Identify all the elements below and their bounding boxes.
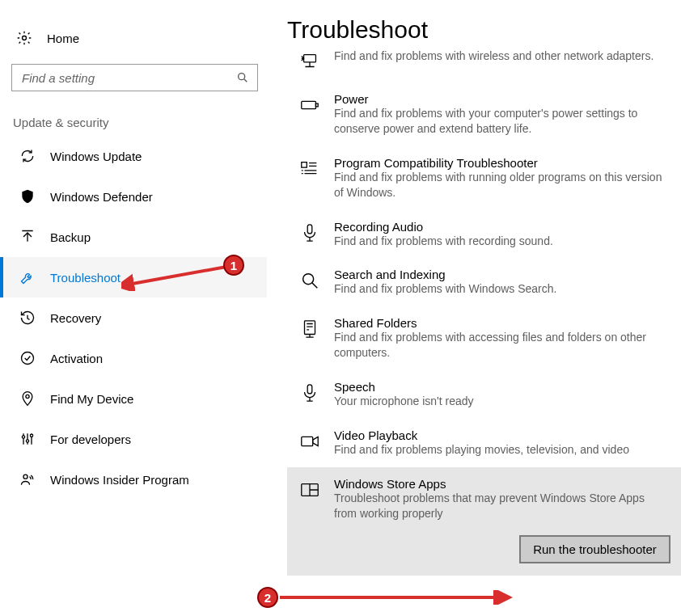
troubleshooter-title: Video Playback (334, 428, 670, 442)
annotation-badge-1: 1 (223, 255, 244, 276)
sidebar-item-activation[interactable]: Activation (0, 338, 267, 378)
troubleshooter-desc: Find and fix problems with your computer… (334, 106, 670, 137)
troubleshooter-desc: Find and fix problems playing movies, te… (334, 442, 670, 458)
svg-point-0 (23, 36, 27, 40)
troubleshooter-windows-store-apps[interactable]: Windows Store Apps Troubleshoot problems… (287, 467, 681, 531)
troubleshooter-desc: Find and fix problems with recording sou… (334, 234, 670, 249)
svg-point-13 (303, 274, 314, 285)
troubleshooter-title: Power (334, 92, 670, 106)
svg-point-5 (26, 440, 28, 442)
sync-icon (19, 148, 36, 164)
sidebar-item-label: Troubleshoot (50, 271, 121, 285)
svg-point-4 (22, 436, 24, 438)
sidebar-item-find-my-device[interactable]: Find My Device (0, 378, 267, 419)
home-label: Home (47, 32, 79, 45)
troubleshooter-power[interactable]: Power Find and fix problems with your co… (287, 82, 681, 146)
server-icon (298, 318, 321, 340)
troubleshooter-speech[interactable]: Speech Your microphone isn't ready (287, 370, 681, 419)
svg-rect-12 (307, 224, 312, 233)
annotation-badge-2: 2 (257, 587, 278, 608)
home-item[interactable]: Home (0, 20, 267, 56)
page-title: Troubleshoot (287, 16, 681, 44)
troubleshooter-network-adapter[interactable]: Find and fix problems with wireless and … (287, 49, 681, 82)
annotation-arrow-1 (121, 264, 233, 291)
svg-rect-11 (302, 162, 307, 167)
shield-icon (19, 188, 36, 205)
troubleshooter-video-playback[interactable]: Video Playback Find and fix problems pla… (287, 419, 681, 467)
svg-point-6 (30, 434, 32, 437)
troubleshooter-list: Find and fix problems with wireless and … (287, 49, 681, 576)
sidebar-item-label: Recovery (50, 311, 101, 325)
sidebar-item-recovery[interactable]: Recovery (0, 297, 267, 338)
sidebar-item-backup[interactable]: Backup (0, 217, 267, 257)
battery-icon (298, 94, 321, 116)
sidebar-item-label: Windows Update (50, 150, 142, 163)
apps-icon (298, 479, 321, 501)
svg-rect-10 (315, 103, 318, 107)
svg-point-1 (239, 74, 245, 80)
magnify-icon (298, 269, 321, 292)
troubleshooter-desc: Find and fix problems with running older… (334, 170, 670, 200)
sidebar-group-heading: Update & security (0, 91, 267, 136)
troubleshooter-title: Shared Folders (334, 316, 670, 330)
wrench-icon (19, 269, 36, 285)
insider-icon (19, 471, 36, 487)
list-icon (298, 158, 321, 180)
svg-point-7 (23, 475, 27, 479)
search-field[interactable] (20, 70, 222, 86)
troubleshooter-title: Speech (334, 380, 670, 394)
sliders-icon (19, 431, 36, 447)
troubleshooter-desc: Find and fix problems with accessing fil… (334, 330, 670, 361)
run-troubleshooter-button[interactable]: Run the troubleshooter (520, 536, 670, 563)
troubleshooter-desc: Find and fix problems with Windows Searc… (334, 281, 670, 297)
troubleshooter-recording-audio[interactable]: Recording Audio Find and fix problems wi… (287, 210, 681, 259)
troubleshooter-title: Program Compatibility Troubleshooter (334, 156, 670, 170)
svg-point-2 (22, 352, 34, 365)
sidebar-item-label: Find My Device (50, 392, 133, 406)
troubleshooter-desc: Find and fix problems with wireless and … (334, 49, 670, 64)
gear-icon (16, 30, 32, 46)
svg-line-18 (128, 267, 226, 285)
troubleshooter-shared-folders[interactable]: Shared Folders Find and fix problems wit… (287, 306, 681, 370)
sidebar-item-label: Windows Defender (50, 190, 153, 204)
video-icon (298, 430, 321, 453)
troubleshooter-search-indexing[interactable]: Search and Indexing Find and fix problem… (287, 258, 681, 306)
troubleshooter-desc: Your microphone isn't ready (334, 394, 670, 409)
upload-icon (19, 229, 36, 245)
svg-rect-16 (302, 437, 313, 445)
check-circle-icon (19, 350, 36, 366)
svg-rect-15 (307, 385, 312, 394)
troubleshooter-program-compatibility[interactable]: Program Compatibility Troubleshooter Fin… (287, 146, 681, 210)
troubleshooter-title: Search and Indexing (334, 268, 670, 281)
troubleshooter-desc: Troubleshoot problems that may prevent W… (334, 491, 670, 521)
annotation-arrow-2 (277, 590, 519, 605)
troubleshooter-title: Recording Audio (334, 220, 670, 234)
location-icon (19, 390, 36, 407)
sidebar-item-for-developers[interactable]: For developers (0, 419, 267, 459)
sidebar-item-label: Activation (50, 352, 103, 365)
svg-rect-8 (304, 55, 316, 62)
svg-rect-14 (305, 321, 315, 335)
svg-rect-9 (302, 101, 316, 108)
microphone-icon (298, 382, 321, 404)
sidebar-item-label: Backup (50, 230, 91, 244)
sidebar-item-windows-insider[interactable]: Windows Insider Program (0, 459, 267, 500)
network-icon (298, 50, 321, 73)
sidebar-item-label: Windows Insider Program (50, 473, 189, 487)
history-icon (19, 310, 36, 326)
troubleshooter-title: Windows Store Apps (334, 477, 670, 491)
sidebar-item-windows-defender[interactable]: Windows Defender (0, 176, 267, 217)
search-input[interactable] (11, 64, 258, 91)
sidebar-item-windows-update[interactable]: Windows Update (0, 136, 267, 176)
svg-point-3 (26, 394, 29, 398)
microphone-icon (298, 222, 321, 244)
sidebar-item-label: For developers (50, 432, 131, 446)
search-icon (236, 71, 249, 84)
